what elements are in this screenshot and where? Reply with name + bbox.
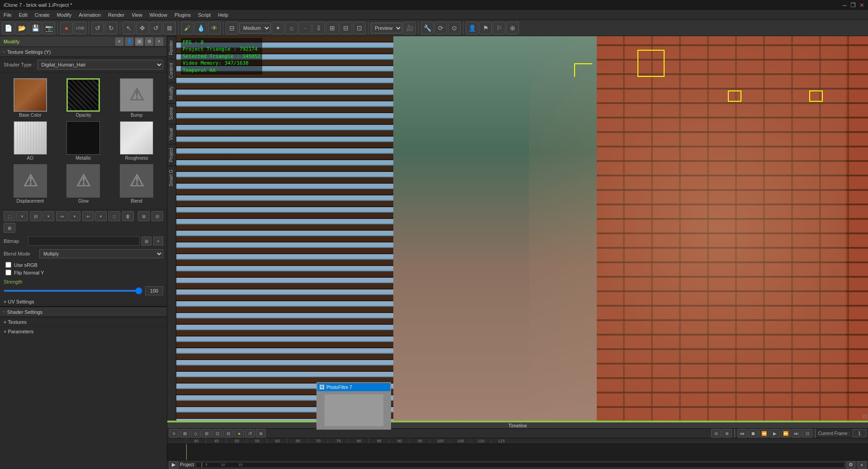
tl-btn-snap[interactable]: ⊕ (256, 429, 266, 438)
menu-plugins[interactable]: Plugins (171, 10, 194, 20)
menu-animation[interactable]: Animation (75, 10, 104, 20)
quality-dropdown[interactable]: Medium High Low (239, 23, 271, 33)
strength-slider[interactable] (4, 290, 142, 292)
tl-btn-zoom-out[interactable]: ⊖ (711, 429, 721, 438)
shader-type-select[interactable]: Digital_Human_Hair PBR Standard (37, 60, 163, 70)
view3-button[interactable]: ⊟ (340, 22, 352, 34)
rotate-button[interactable]: ↺ (150, 22, 162, 34)
actor-button[interactable]: 👤 (466, 22, 478, 34)
tool1-button[interactable]: 🔧 (421, 22, 434, 34)
action-clear[interactable]: ⊟ (30, 211, 42, 221)
dot1-button[interactable]: · (299, 22, 311, 34)
record-button[interactable]: ● (60, 22, 73, 34)
action-export[interactable]: ⇒ (56, 211, 68, 221)
minimize-button[interactable]: ─ (843, 2, 847, 9)
action-grid-small[interactable]: ⊞ (138, 211, 150, 221)
flip-normal-checkbox[interactable] (5, 270, 11, 275)
uv-settings-row[interactable]: + UV Settings (4, 299, 163, 304)
tool3-button[interactable]: ⊙ (448, 22, 461, 34)
paint-button[interactable]: 🖌 (181, 22, 193, 34)
project-close-btn[interactable]: × (857, 461, 866, 469)
timeline-track[interactable] (167, 444, 868, 460)
menu-help[interactable]: Help (214, 10, 232, 20)
close-button[interactable]: ✕ (859, 2, 864, 9)
save-button[interactable]: 💾 (29, 22, 42, 34)
eye-button[interactable]: 👁 (208, 22, 221, 34)
texture-settings-header[interactable]: − Texture Settings (Y) (0, 47, 167, 57)
photofiltre-popup[interactable]: 🖼 PhotoFiltre 7 (316, 382, 391, 430)
action-delete[interactable]: 🗑 (122, 211, 134, 221)
tab-modify[interactable]: Modify (167, 82, 176, 103)
tl-btn-key2[interactable]: ◇ (191, 429, 201, 438)
tl-btn-play[interactable]: ▶ (770, 429, 780, 438)
menu-script[interactable]: Script (194, 10, 214, 20)
action-load-dot[interactable]: ▾ (16, 211, 28, 221)
project-ruler[interactable]: 5 10 15 (196, 462, 844, 468)
texture-cell-opacity[interactable]: Opacity (57, 76, 110, 119)
texture-cell-bump[interactable]: ⚠ Bump (110, 76, 163, 119)
action-new[interactable]: □ (108, 211, 120, 221)
tl-btn-rewind[interactable]: ⏮ (737, 429, 747, 438)
tl-btn-key6[interactable]: ● (234, 429, 244, 438)
bitmap-load-btn[interactable]: ⊞ (142, 237, 151, 246)
texture-cell-ao[interactable]: AO (4, 119, 57, 162)
tl-btn-key3[interactable]: ⊞ (202, 429, 212, 438)
bitmap-clear-btn[interactable]: × (153, 237, 163, 246)
tool2-button[interactable]: ⟳ (434, 22, 447, 34)
undo-button[interactable]: ↺ (91, 22, 104, 34)
tl-btn-export[interactable]: ⊡ (802, 429, 812, 438)
texture-cell-blend[interactable]: ⚠ Blend (110, 162, 163, 205)
view4-button[interactable]: ⊡ (353, 22, 366, 34)
tab-visual[interactable]: Visual (167, 124, 176, 144)
open-button[interactable]: 📂 (15, 22, 28, 34)
tl-btn-list[interactable]: ≡ (169, 429, 179, 438)
tab-project[interactable]: Project (167, 144, 176, 166)
camera-mode-button[interactable]: ⊟ (226, 22, 238, 34)
expand-button[interactable]: ⊞ (326, 22, 339, 34)
blend-mode-select[interactable]: Multiply Add Normal Screen (39, 249, 163, 258)
menu-create[interactable]: Create (31, 10, 53, 20)
screenshot-button[interactable]: 📷 (42, 22, 55, 34)
parameters-expand[interactable]: + Parameters (0, 327, 167, 336)
tab-scene[interactable]: Scene (167, 103, 176, 123)
viewport[interactable]: FPS : 0 Project Triangle : 792174 Select… (167, 36, 868, 421)
action-export-dot[interactable]: ▾ (69, 211, 80, 221)
menu-file[interactable]: File (0, 10, 15, 20)
tl-btn-end[interactable]: ⏭ (792, 429, 802, 438)
panel-close[interactable]: × (155, 38, 163, 46)
tab-smart-g[interactable]: Smart G (167, 166, 176, 190)
use-srgb-checkbox[interactable] (5, 262, 11, 268)
menu-render[interactable]: Render (104, 10, 128, 20)
action-grid-large[interactable]: ⊠ (4, 223, 15, 233)
tl-btn-loop[interactable]: ↺ (245, 429, 255, 438)
preview-dropdown[interactable]: Preview High (371, 23, 402, 33)
texture-cell-roughness[interactable]: Roughness (110, 119, 163, 162)
tl-btn-key1[interactable]: ⊠ (180, 429, 190, 438)
panel-icon-4[interactable]: ⚙ (145, 38, 153, 46)
menu-window[interactable]: Window (146, 10, 171, 20)
action-clear-dot[interactable]: ▾ (42, 211, 54, 221)
download-button[interactable]: ⇩ (312, 22, 325, 34)
eyedrop-button[interactable]: 💧 (194, 22, 207, 34)
new-button[interactable]: 📄 (2, 22, 14, 34)
menu-modify[interactable]: Modify (53, 10, 75, 20)
project-expand-btn[interactable]: ▶ (169, 461, 178, 469)
select-button[interactable]: ↖ (123, 22, 135, 34)
photofiltre-content[interactable] (317, 391, 390, 429)
iusb-button[interactable]: USB (74, 22, 86, 34)
textures-expand[interactable]: + Textures (0, 317, 167, 327)
tab-content[interactable]: Content (167, 59, 176, 82)
texture-cell-displacement[interactable]: ⚠ Displacement (4, 162, 57, 205)
action-load[interactable]: ⬚ (4, 211, 15, 221)
home-button[interactable]: ⌂ (285, 22, 298, 34)
uv-settings[interactable]: + UV Settings (0, 297, 167, 306)
action-import-dot[interactable]: ▾ (95, 211, 107, 221)
move-button[interactable]: ✥ (136, 22, 149, 34)
action-import[interactable]: ⇐ (82, 211, 94, 221)
tl-btn-stop[interactable]: ⏹ (748, 429, 758, 438)
icon-button[interactable]: ⊕ (506, 22, 519, 34)
scale-button[interactable]: ⊠ (163, 22, 176, 34)
strength-value[interactable] (145, 286, 163, 295)
project-settings-btn[interactable]: ⚙ (846, 461, 855, 469)
tl-btn-zoom-in[interactable]: ⊕ (722, 429, 732, 438)
